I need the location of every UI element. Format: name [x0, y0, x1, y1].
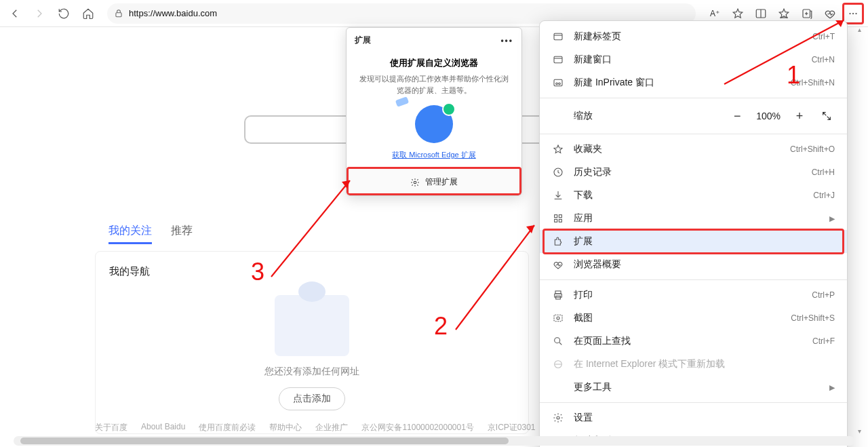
svg-rect-0 [116, 12, 121, 16]
svg-point-18 [556, 83, 558, 85]
menu-separator [540, 279, 847, 280]
menu-find[interactable]: 在页面上查找Ctrl+F [540, 330, 847, 353]
menu-new-inprivate[interactable]: 新建 InPrivate 窗口Ctrl+Shift+N [540, 71, 847, 94]
tab-recommend[interactable]: 推荐 [171, 224, 193, 244]
menu-item-label: 更多工具 [574, 381, 820, 393]
svg-rect-23 [555, 219, 557, 222]
empty-text: 您还没有添加任何网址 [264, 366, 359, 378]
clock-icon [552, 166, 564, 178]
footer-link[interactable]: 京公网安备11000002000001号 [361, 422, 473, 433]
lock-icon [114, 9, 123, 18]
browser-menu: 新建标签页Ctrl+T新建窗口Ctrl+N新建 InPrivate 窗口Ctrl… [539, 20, 848, 447]
menu-downloads[interactable]: 下载Ctrl+J [540, 184, 847, 207]
menu-print[interactable]: 打印Ctrl+P [540, 284, 847, 307]
svg-rect-25 [555, 291, 561, 294]
ext-popup-more-button[interactable]: ••• [500, 36, 513, 45]
menu-item-label: 新建窗口 [574, 54, 802, 66]
get-extensions-link[interactable]: 获取 Microsoft Edge 扩展 [359, 150, 509, 160]
download-icon [552, 189, 564, 201]
menu-accelerator: Ctrl+J [813, 191, 835, 200]
annotation-2: 2 [434, 312, 448, 341]
menu-item-label: 截图 [574, 312, 781, 324]
menu-item-label: 在 Internet Explorer 模式下重新加载 [574, 358, 835, 370]
fullscreen-button[interactable] [818, 108, 835, 124]
svg-point-7 [849, 12, 850, 14]
svg-point-34 [557, 416, 559, 419]
menu-accelerator: Ctrl+Shift+S [791, 313, 835, 323]
menu-item-label: 新建 InPrivate 窗口 [574, 77, 781, 89]
print-icon [552, 289, 564, 301]
footer-link[interactable]: 使用百度前必读 [199, 422, 256, 433]
menu-accelerator: Ctrl+F [812, 336, 835, 346]
menu-essentials[interactable]: 浏览器概要 [540, 253, 847, 276]
manage-extensions-button[interactable]: 管理扩展 [347, 168, 521, 195]
menu-item-label: 新建标签页 [574, 31, 803, 43]
ie-icon [552, 358, 564, 370]
footer-link[interactable]: 企业推广 [315, 422, 348, 433]
menu-item-label: 历史记录 [574, 166, 802, 178]
footer-link[interactable]: 帮助中心 [269, 422, 302, 433]
menu-accelerator: Ctrl+P [812, 290, 835, 300]
menu-accelerator: Ctrl+T [812, 32, 835, 41]
capture-icon [552, 312, 564, 324]
menu-extensions[interactable]: 扩展 [540, 230, 847, 253]
annotation-3: 3 [251, 258, 264, 286]
menu-new-tab[interactable]: 新建标签页Ctrl+T [540, 25, 847, 48]
menu-separator [540, 98, 847, 98]
menu-apps[interactable]: 应用▶ [540, 207, 847, 230]
menu-zoom-row: 缩放 − 100% + [540, 102, 847, 130]
vertical-scrollbar[interactable] [856, 27, 867, 433]
menu-favorites[interactable]: 收藏夹Ctrl+Shift+O [540, 138, 847, 161]
footer-link[interactable]: About Baidu [141, 422, 185, 433]
zoom-out-button[interactable]: − [729, 108, 745, 124]
manage-extensions-label: 管理扩展 [425, 176, 458, 188]
menu-settings[interactable]: 设置 [540, 406, 847, 429]
ext-popup-title: 扩展 [355, 35, 371, 46]
menu-item-label: 设置 [574, 412, 835, 424]
my-nav-title: 我的导航 [109, 265, 515, 278]
gear-icon [410, 178, 420, 187]
footer-link[interactable]: 京ICP证0301 [488, 422, 536, 433]
content-tabs: 我的关注 推荐 [108, 224, 193, 244]
svg-point-8 [852, 12, 854, 14]
menu-accelerator: Ctrl+N [812, 55, 835, 64]
back-button[interactable] [4, 3, 26, 24]
tab-follow[interactable]: 我的关注 [108, 224, 152, 244]
home-button[interactable] [77, 3, 99, 24]
refresh-button[interactable] [53, 3, 75, 24]
menu-item-label: 收藏夹 [574, 143, 781, 155]
forward-button[interactable] [28, 3, 50, 24]
zoom-in-button[interactable]: + [791, 108, 808, 124]
svg-rect-24 [559, 219, 561, 222]
extensions-popup: 扩展 ••• 使用扩展自定义浏览器 发现可以提高你的工作效率并帮助你个性化浏览器… [346, 27, 522, 196]
menu-more-tools[interactable]: 更多工具▶ [540, 376, 847, 399]
svg-point-12 [414, 181, 416, 184]
menu-new-window[interactable]: 新建窗口Ctrl+N [540, 48, 847, 71]
menu-item-label: 扩展 [574, 235, 835, 248]
inprivate-icon [552, 77, 564, 89]
menu-history[interactable]: 历史记录Ctrl+H [540, 161, 847, 184]
svg-rect-15 [554, 56, 562, 62]
svg-rect-21 [555, 215, 557, 218]
chevron-right-icon: ▶ [829, 383, 835, 392]
my-nav-card: 我的导航 您还没有添加任何网址 点击添加 [95, 251, 529, 434]
url-text: https://www.baidu.com [129, 8, 217, 18]
footer-link[interactable]: 关于百度 [95, 422, 127, 433]
empty-illustration [275, 295, 349, 356]
svg-rect-28 [554, 315, 562, 321]
zoom-value: 100% [756, 111, 781, 121]
chevron-right-icon: ▶ [829, 214, 835, 223]
menu-separator [540, 402, 847, 403]
add-site-button[interactable]: 点击添加 [279, 387, 345, 410]
zoom-label: 缩放 [574, 110, 719, 122]
svg-rect-13 [554, 33, 562, 39]
menu-accelerator: Ctrl+H [812, 168, 835, 177]
baidu-footer: 关于百度 About Baidu 使用百度前必读 帮助中心 企业推广 京公网安备… [95, 422, 536, 433]
svg-rect-22 [559, 215, 561, 218]
menu-screenshot[interactable]: 截图Ctrl+Shift+S [540, 307, 847, 330]
blank-icon [552, 381, 564, 393]
star-icon [552, 143, 564, 155]
svg-rect-17 [554, 79, 562, 85]
horizontal-scrollbar[interactable] [14, 436, 854, 446]
find-icon [552, 335, 564, 347]
